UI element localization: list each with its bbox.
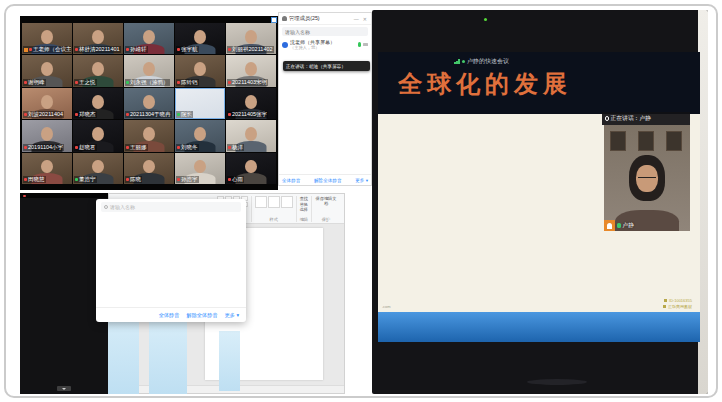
video-tile[interactable]: 陈晓 <box>124 153 174 184</box>
video-tile[interactable]: 王老师（会议主讲） <box>22 23 72 54</box>
mic-status-icon <box>228 48 231 51</box>
video-tile[interactable]: 郑晓杰 <box>73 88 123 119</box>
minimize-icon[interactable]: — <box>353 16 360 22</box>
tile-name-label: 心雨 <box>227 176 244 183</box>
restrict-editing-button[interactable]: 保存编辑文档 <box>315 196 337 206</box>
participant-head <box>41 160 53 174</box>
mic-status-icon <box>177 178 180 181</box>
group-label: 编辑 <box>300 217 308 222</box>
ribbon-group-editing: 查找 替换 选择 编辑 <box>297 196 312 222</box>
member-name-wrap: 沈老师（共享屏幕）（主持人，我） <box>290 39 356 50</box>
video-tile[interactable]: 王丽娜 <box>124 120 174 151</box>
mic-status-icon <box>24 146 27 149</box>
dialog-footer: 全体静音 解除全体静音 更多 ▾ <box>96 307 246 322</box>
mic-status-icon <box>126 81 129 84</box>
host-badge-icon <box>24 48 28 52</box>
watermark-right-2: 正版商用素材 <box>663 304 692 309</box>
presenter-name: 卢静 <box>623 221 635 230</box>
mic-on-icon <box>617 223 621 228</box>
video-tile[interactable]: 孙靖轩 <box>124 23 174 54</box>
layout-icon[interactable] <box>271 17 277 23</box>
screenshot-canvas: 卢静的快速会议 全球化的发展 .com ID:10016355 正版商用素材 正… <box>0 0 722 402</box>
unmute-all-button[interactable]: 解除全体静音 <box>314 178 342 183</box>
members-icon <box>282 16 287 21</box>
unmute-all-button[interactable]: 解除全体静音 <box>186 312 217 319</box>
recording-dot-icon <box>462 60 465 63</box>
desktop-strip <box>378 312 700 342</box>
video-tile[interactable]: 20211405张宇 <box>226 88 276 119</box>
select-button[interactable]: 选择 <box>300 207 308 213</box>
participant-head <box>194 127 206 141</box>
video-tile[interactable]: 20211403宋明 <box>226 55 276 86</box>
video-tile[interactable]: 院长 <box>175 88 225 119</box>
more-button[interactable]: 更多 ▾ <box>225 312 239 319</box>
glasses-icon <box>638 177 656 181</box>
participant-name: 院长 <box>181 111 192 118</box>
raise-hand-icon[interactable] <box>604 220 615 231</box>
mic-status-icon <box>228 146 231 149</box>
meeting-title: 卢静的快速会议 <box>467 57 509 66</box>
video-tile[interactable]: 刘波20211404 <box>22 88 72 119</box>
video-tile[interactable]: 张宇航 <box>175 23 225 54</box>
video-tile[interactable]: 心雨 <box>226 153 276 184</box>
video-tile[interactable]: 刘丽祺20211402 <box>226 23 276 54</box>
tile-name-label: 杨洋 <box>227 144 244 151</box>
strip-titlebar <box>20 193 108 198</box>
participant-head <box>41 30 53 44</box>
participant-head <box>41 62 53 76</box>
speaking-tooltip: 正在讲话：胡迪（共享屏幕） <box>283 61 370 71</box>
mic-icon[interactable] <box>358 42 362 47</box>
video-tile[interactable]: 20211304于晓冉 <box>124 88 174 119</box>
mic-status-icon <box>75 178 78 181</box>
mic-status-icon <box>126 146 129 149</box>
participant-head <box>245 62 257 76</box>
watermark-text: 正版商用素材 <box>668 304 692 309</box>
participant-head <box>41 127 53 141</box>
participant-name: 20211403宋明 <box>232 79 267 86</box>
member-management-panel: 管理成员(25) — ✕ 正在讲话：胡迪（共享屏幕） 沈老师（共享屏幕）（主持人… <box>278 12 372 186</box>
group-label: 保护 <box>322 217 330 222</box>
video-tile[interactable]: 林舒清20211401 <box>73 23 123 54</box>
video-tile[interactable]: 赵晓君 <box>73 120 123 151</box>
record-dot-icon <box>23 195 26 198</box>
participant-head <box>92 30 104 44</box>
participant-name: 陈晓 <box>130 176 141 183</box>
presenter-video-thumbnail[interactable]: 卢静 <box>604 125 690 231</box>
video-tile[interactable]: 刘永强（涂鸦） <box>124 55 174 86</box>
video-tile[interactable]: 杨洋 <box>226 120 276 151</box>
participant-name: 陈铃铛 <box>181 79 198 86</box>
participant-name: 刘丽祺20211402 <box>232 46 273 53</box>
mute-all-button[interactable]: 全体静音 <box>282 178 300 183</box>
tile-name-label: 孙浩宇 <box>176 176 199 183</box>
tile-name-label: 王之悦 <box>74 79 97 86</box>
participant-name: 王丽娜 <box>130 144 147 151</box>
participant-name: 20211304于晓冉 <box>130 111 171 118</box>
expand-more-icon[interactable] <box>57 386 71 391</box>
video-tile[interactable]: 刘晓冬 <box>175 120 225 151</box>
tile-name-label: 刘永强（涂鸦） <box>125 79 170 86</box>
video-tile[interactable]: 董浩宁 <box>73 153 123 184</box>
participant-head <box>245 160 257 174</box>
video-tile[interactable]: 王之悦 <box>73 55 123 86</box>
member-row[interactable]: 沈老师（共享屏幕）（主持人，我） <box>279 38 371 51</box>
mute-all-button[interactable]: 全体静音 <box>159 312 180 319</box>
ribbon-group-protect: 保存编辑文档 保护 <box>312 196 340 222</box>
participant-head <box>194 30 206 44</box>
camera-icon[interactable] <box>363 43 368 47</box>
participant-head <box>143 127 155 141</box>
participant-name: 孙浩宇 <box>181 176 198 183</box>
video-tile[interactable]: 20191104小宇 <box>22 120 72 151</box>
video-tile[interactable]: 谢明峰 <box>22 55 72 86</box>
participant-head <box>245 95 257 109</box>
meeting-sidebar-strip <box>20 193 108 394</box>
signal-bars-icon <box>454 59 460 64</box>
video-tile[interactable]: 田晓慧 <box>22 153 72 184</box>
more-button[interactable]: 更多 ▾ <box>355 178 368 183</box>
video-tile[interactable]: 孙浩宇 <box>175 153 225 184</box>
slide-title: 全球化的发展 <box>398 68 572 100</box>
member-search-input[interactable] <box>282 27 368 36</box>
dialog-search-box[interactable]: 请输入名称 <box>101 202 241 212</box>
close-icon[interactable]: ✕ <box>362 16 368 22</box>
mic-status-icon <box>177 146 180 149</box>
video-tile[interactable]: 陈铃铛 <box>175 55 225 86</box>
